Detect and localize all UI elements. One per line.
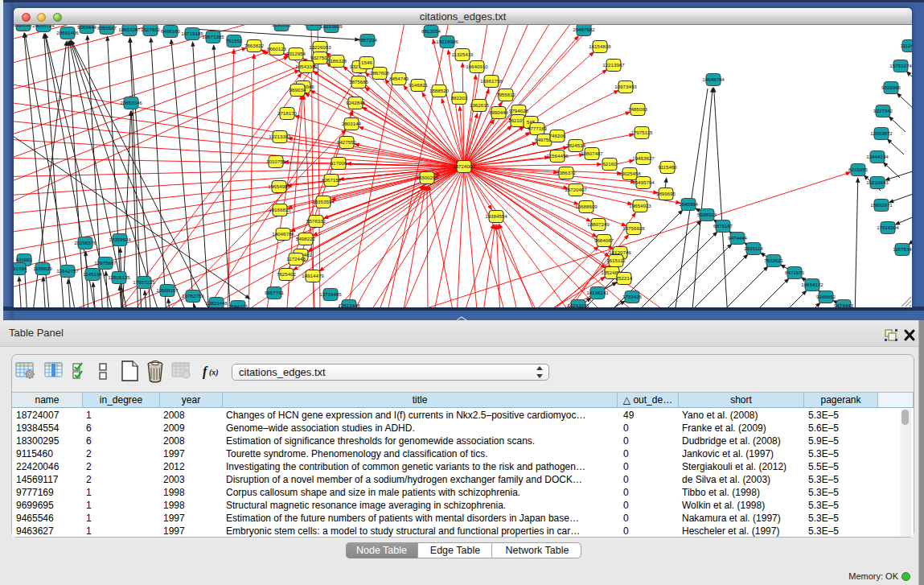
- svg-text:7644323: 7644323: [228, 303, 248, 307]
- svg-text:10653267: 10653267: [118, 27, 141, 32]
- svg-text:2867608: 2867608: [370, 70, 390, 76]
- svg-text:11325419: 11325419: [451, 51, 474, 57]
- svg-text:8990448: 8990448: [489, 109, 509, 115]
- svg-text:9146821: 9146821: [409, 82, 429, 88]
- svg-text:1733426: 1733426: [622, 294, 643, 299]
- svg-text:10654122: 10654122: [801, 282, 823, 287]
- svg-text:13975887: 13975887: [94, 260, 117, 266]
- svg-text:18807249: 18807249: [587, 221, 610, 227]
- svg-text:17975115: 17975115: [630, 130, 653, 135]
- svg-text:19654923: 19654923: [629, 203, 651, 208]
- svg-text:20853346: 20853346: [120, 100, 142, 105]
- svg-text:9196022: 9196022: [272, 25, 292, 27]
- svg-text:8660123: 8660123: [267, 46, 287, 51]
- svg-text:10671385: 10671385: [202, 34, 224, 39]
- svg-text:2803144: 2803144: [342, 121, 362, 126]
- svg-text:17359924: 17359924: [109, 237, 131, 242]
- svg-text:1156829: 1156829: [33, 266, 52, 271]
- svg-text:5578332: 5578332: [306, 218, 326, 224]
- svg-text:12823448: 12823448: [205, 300, 228, 306]
- svg-text:9115460: 9115460: [658, 164, 677, 170]
- svg-text:9474444: 9474444: [728, 235, 748, 241]
- svg-text:7663822: 7663822: [244, 43, 265, 48]
- svg-text:7955812: 7955812: [496, 92, 516, 97]
- svg-text:10958107: 10958107: [156, 287, 179, 293]
- svg-text:10543382: 10543382: [295, 64, 318, 69]
- svg-text:8471676: 8471676: [785, 270, 805, 275]
- svg-text:62160: 62160: [602, 161, 617, 167]
- svg-text:19654985: 19654985: [268, 183, 290, 189]
- svg-text:14136141: 14136141: [586, 290, 609, 295]
- svg-text:8186328: 8186328: [327, 58, 347, 64]
- svg-text:751552: 751552: [226, 38, 243, 43]
- svg-text:10807487: 10807487: [581, 150, 603, 156]
- svg-text:9899695: 9899695: [656, 191, 676, 196]
- svg-text:9245652: 9245652: [816, 294, 836, 299]
- svg-text:1546: 1546: [361, 60, 372, 65]
- svg-text:7485063: 7485063: [628, 106, 648, 112]
- svg-text:16210643: 16210643: [866, 179, 889, 185]
- svg-text:6879197: 6879197: [713, 223, 733, 229]
- svg-text:8813054: 8813054: [421, 28, 441, 34]
- svg-text:21564456: 21564456: [546, 153, 569, 159]
- svg-text:10688609: 10688609: [575, 204, 598, 209]
- svg-text:20691406: 20691406: [56, 30, 79, 35]
- svg-text:14243235: 14243235: [567, 303, 589, 307]
- svg-text:13353594: 13353594: [312, 199, 335, 204]
- svg-text:746206: 746206: [549, 133, 566, 138]
- svg-text:7625402: 7625402: [277, 271, 297, 277]
- svg-text:12213967: 12213967: [602, 62, 625, 68]
- svg-text:1615112: 1615112: [606, 257, 626, 263]
- svg-text:18724007: 18724007: [453, 163, 475, 169]
- svg-text:7386372: 7386372: [556, 170, 577, 175]
- svg-text:2935114: 2935114: [744, 245, 763, 251]
- svg-text:435061: 435061: [16, 257, 33, 262]
- svg-text:15692971: 15692971: [870, 202, 893, 208]
- svg-text:16648784: 16648784: [702, 76, 725, 82]
- svg-text:8454749: 8454749: [389, 76, 409, 81]
- svg-text:882203: 882203: [451, 95, 468, 101]
- svg-text:3824514: 3824514: [566, 142, 586, 148]
- svg-text:19463627: 19463627: [632, 155, 655, 161]
- svg-text:1145194: 1145194: [83, 271, 102, 277]
- svg-text:12444194: 12444194: [866, 154, 889, 159]
- svg-text:15720407: 15720407: [565, 187, 587, 192]
- svg-text:9474443: 9474443: [834, 303, 854, 307]
- svg-text:8215955: 8215955: [848, 167, 869, 172]
- svg-text:7857234: 7857234: [358, 37, 378, 43]
- svg-text:19384554: 19384554: [485, 213, 507, 219]
- svg-text:391594: 391594: [14, 266, 27, 271]
- svg-text:12823448: 12823448: [338, 303, 360, 307]
- svg-text:1640954: 1640954: [679, 201, 699, 207]
- svg-text:8355587: 8355587: [97, 25, 117, 31]
- svg-text:9794028: 9794028: [509, 108, 529, 113]
- svg-text:20487682: 20487682: [573, 27, 595, 32]
- svg-text:19218906: 19218906: [436, 39, 458, 44]
- svg-text:12093872: 12093872: [870, 130, 893, 136]
- svg-text:19166825: 19166825: [269, 207, 291, 212]
- svg-text:917006: 917006: [331, 160, 347, 166]
- svg-text:13716485: 13716485: [319, 291, 342, 297]
- svg-text:9312954: 9312954: [286, 51, 306, 56]
- svg-text:1172443: 1172443: [286, 256, 306, 262]
- svg-text:1362615: 1362615: [470, 102, 490, 108]
- svg-text:15495764: 15495764: [632, 179, 655, 185]
- svg-text:9063444: 9063444: [77, 25, 97, 30]
- svg-text:9227342: 9227342: [873, 108, 893, 113]
- svg-text:24055724: 24055724: [32, 25, 55, 28]
- svg-text:16640910: 16640910: [466, 64, 488, 69]
- svg-text:16154838: 16154838: [589, 43, 611, 49]
- svg-text:3875685: 3875685: [349, 79, 369, 84]
- svg-text:16033809: 16033809: [320, 25, 343, 29]
- svg-text:1527602: 1527602: [141, 27, 161, 32]
- svg-text:12213383: 12213383: [269, 134, 291, 139]
- svg-text:9777169: 9777169: [528, 126, 548, 131]
- svg-text:9657791: 9657791: [265, 290, 285, 295]
- svg-text:10025458: 10025458: [618, 171, 641, 176]
- svg-text:1588520: 1588520: [429, 88, 450, 93]
- svg-text:14046786: 14046786: [272, 231, 294, 237]
- svg-text:5938923: 5938923: [697, 212, 717, 217]
- svg-text:17016504: 17016504: [877, 225, 899, 230]
- svg-text:14914479: 14914479: [302, 273, 324, 278]
- svg-text:5498222: 5498222: [296, 236, 316, 241]
